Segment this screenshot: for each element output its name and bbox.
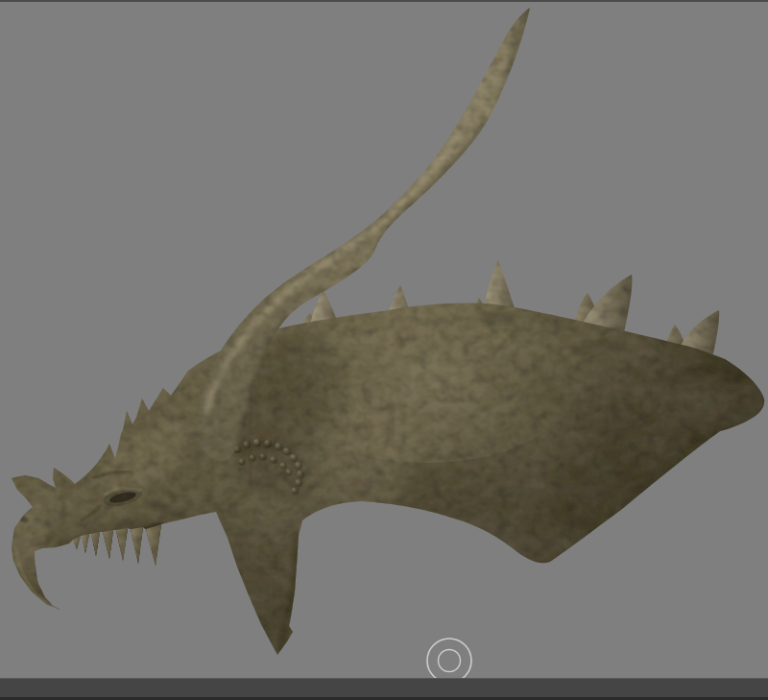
viewport-top-edge: [0, 0, 768, 2]
sculpt-app-window: [0, 0, 768, 700]
taskbar-top-edge: [0, 678, 768, 679]
sculpt-viewport: [0, 0, 768, 700]
taskbar: [0, 678, 768, 700]
taskbar-background: [0, 678, 768, 700]
